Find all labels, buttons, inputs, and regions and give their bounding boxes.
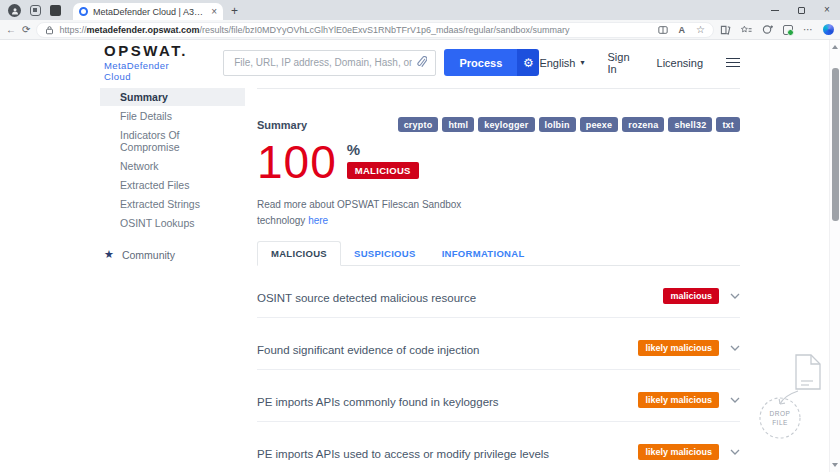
maximize-icon: [798, 7, 805, 14]
drop-arrow-icon: [779, 391, 798, 404]
tab-title: MetaDefender Cloud | A3D5715: [93, 7, 206, 17]
chevron-down-icon[interactable]: [730, 449, 740, 455]
copilot-icon[interactable]: [823, 24, 834, 35]
finding-row[interactable]: PE imports APIs commonly found in keylog…: [257, 370, 740, 422]
workspaces-icon[interactable]: [30, 5, 41, 16]
read-more-body: Read more about OPSWAT Filescan Sandbox …: [257, 199, 461, 226]
site-header: OPSWAT. MetaDefender Cloud Process ⚙ Eng…: [0, 40, 840, 85]
pinned-app-icon[interactable]: [50, 5, 61, 16]
page-scrollbar[interactable]: [829, 40, 840, 472]
severity-badge: likely malicious: [638, 444, 719, 460]
browser-toolbar: ← ⟳ https://metadefender.opswat.com/resu…: [0, 20, 840, 40]
address-bar[interactable]: https://metadefender.opswat.com/results/…: [36, 22, 714, 38]
tab-malicious[interactable]: MALICIOUS: [257, 241, 341, 266]
minimize-button[interactable]: [762, 0, 788, 20]
new-tab-button[interactable]: +: [231, 4, 238, 18]
tag-badge[interactable]: txt: [716, 117, 740, 132]
profile-avatar-icon[interactable]: [8, 4, 21, 17]
page: OPSWAT. MetaDefender Cloud Process ⚙ Eng…: [0, 40, 840, 472]
sidebar-item-summary[interactable]: Summary: [100, 88, 245, 106]
sidebar-item-community[interactable]: ★ Community: [100, 248, 245, 261]
chevron-down-icon: ▾: [580, 58, 584, 67]
scrollbar-thumb[interactable]: [832, 68, 839, 221]
scroll-up-icon[interactable]: [832, 45, 838, 49]
paperclip-icon[interactable]: [416, 56, 435, 69]
sidebar-item-osint-lookups[interactable]: OSINT Lookups: [100, 214, 245, 232]
finding-row[interactable]: OSINT source detected malicious resource…: [257, 266, 740, 318]
sidebar-item-extracted-strings[interactable]: Extracted Strings: [100, 195, 245, 213]
url-path: /results/file/bzI0MDYyOVhLcGlhYlE0eExvS1…: [199, 25, 569, 35]
tag-badge[interactable]: keylogger: [478, 117, 534, 132]
browser-tab[interactable]: MetaDefender Cloud | A3D5715 ×: [73, 3, 223, 20]
site-favicon-icon: [79, 7, 88, 16]
severity-tabs: MALICIOUS SUSPICIOUS INFORMATIONAL: [257, 241, 740, 266]
split-screen-icon[interactable]: [658, 25, 668, 35]
verdict-badge: MALICIOUS: [347, 162, 419, 179]
tag-badge[interactable]: shell32: [668, 117, 712, 132]
drop-label-line2: FILE: [772, 419, 788, 426]
tab-close-icon[interactable]: ×: [211, 7, 217, 17]
finding-text: Found significant evidence of code injec…: [257, 344, 479, 356]
drop-file-zone[interactable]: DROP FILE: [756, 352, 826, 440]
gear-icon[interactable]: ⚙: [517, 49, 539, 76]
finding-row[interactable]: Found significant evidence of code injec…: [257, 318, 740, 370]
tag-badge[interactable]: lolbin: [539, 117, 576, 132]
tab-suspicious[interactable]: SUSPICIOUS: [341, 242, 429, 265]
lock-icon: [45, 25, 54, 35]
drop-label-line1: DROP: [770, 410, 791, 417]
sidebar-item-extracted-files[interactable]: Extracted Files: [100, 176, 245, 194]
chevron-down-icon[interactable]: [730, 345, 740, 351]
severity-badge: likely malicious: [638, 340, 719, 356]
read-more-link[interactable]: here: [308, 215, 328, 226]
scroll-down-icon[interactable]: [832, 463, 838, 467]
maximize-button[interactable]: [788, 0, 814, 20]
sidebar: Summary File Details Indicators Of Compr…: [100, 88, 245, 472]
url-domain: metadefender.opswat.com: [86, 25, 199, 35]
logo-secondary: MetaDefender Cloud: [104, 60, 195, 82]
person-icon: [11, 7, 19, 15]
collections-icon[interactable]: [720, 25, 731, 35]
url-text: https://metadefender.opswat.com/results/…: [59, 25, 652, 35]
severity-badge: likely malicious: [638, 392, 719, 408]
licensing-link[interactable]: Licensing: [657, 57, 703, 69]
search-input[interactable]: [224, 57, 416, 68]
back-button[interactable]: ←: [6, 25, 16, 35]
tag-badge[interactable]: rozena: [622, 117, 664, 132]
language-dropdown[interactable]: English▾: [539, 57, 584, 69]
favorites-bar-icon[interactable]: [741, 25, 752, 35]
star-icon: ★: [104, 248, 114, 261]
settings-more-icon[interactable]: ⋯: [803, 25, 813, 35]
read-aloud-icon[interactable]: A: [679, 25, 686, 35]
tab-informational[interactable]: INFORMATIONAL: [429, 242, 538, 265]
sidebar-item-network[interactable]: Network: [100, 157, 245, 175]
score-value: 100: [257, 140, 337, 184]
extension-icon[interactable]: [783, 25, 793, 35]
percent-sign: %: [347, 141, 419, 158]
tag-badge[interactable]: html: [442, 117, 474, 132]
menu-icon[interactable]: [726, 58, 740, 68]
sidebar-item-file-details[interactable]: File Details: [100, 107, 245, 125]
window-controls: ×: [762, 0, 840, 20]
sidebar-item-indicators-of-compromise[interactable]: Indicators Of Compromise: [100, 126, 245, 156]
tag-badge[interactable]: peexe: [580, 117, 619, 132]
url-scheme: https://: [59, 25, 86, 35]
finding-text: PE imports APIs commonly found in keylog…: [257, 396, 499, 408]
process-button[interactable]: Process ⚙: [444, 49, 539, 76]
logo-primary: OPSWAT.: [104, 43, 195, 60]
chevron-down-icon[interactable]: [730, 293, 740, 299]
sign-in-link[interactable]: Sign In: [608, 51, 634, 75]
summary-title: Summary: [257, 117, 307, 131]
tag-badge[interactable]: crypto: [398, 117, 439, 132]
favorite-star-icon[interactable]: ☆: [696, 25, 705, 35]
refresh-button[interactable]: ⟳: [22, 25, 30, 35]
scan-search-box: [223, 50, 436, 76]
tag-list: crypto html keylogger lolbin peexe rozen…: [398, 117, 740, 132]
chevron-down-icon[interactable]: [730, 397, 740, 403]
browser-essentials-icon[interactable]: [762, 24, 773, 35]
language-label: English: [539, 57, 575, 69]
main-panel: Summary crypto html keylogger lolbin pee…: [257, 88, 740, 472]
opswat-logo[interactable]: OPSWAT. MetaDefender Cloud: [104, 43, 195, 82]
close-button[interactable]: ×: [814, 0, 840, 20]
finding-row[interactable]: PE imports APIs used to access or modify…: [257, 422, 740, 472]
score-block: 100 % MALICIOUS: [257, 140, 740, 184]
